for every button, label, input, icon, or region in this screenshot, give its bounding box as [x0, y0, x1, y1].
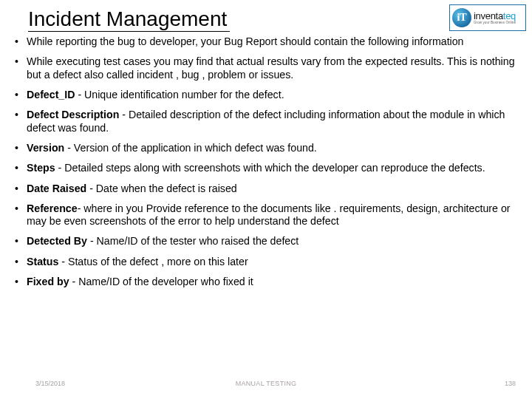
- logo-text: inventateq Grow your Business Online: [474, 11, 516, 25]
- bullet-rest: - Status of the defect , more on this la…: [58, 256, 248, 267]
- slide-title: Incident Management: [28, 7, 230, 32]
- bullet-item: Date Raised - Date when the defect is ra…: [13, 183, 519, 195]
- bullet-label: Fixed by: [27, 276, 69, 287]
- bullet-text: While executing test cases you may find …: [27, 55, 515, 80]
- bullet-label: Date Raised: [27, 183, 86, 194]
- slide: Incident Management iT inventateq Grow y…: [0, 0, 532, 399]
- bullet-item: Reference- where in you Provide referenc…: [13, 202, 519, 228]
- bullet-label: Detected By: [27, 235, 87, 247]
- bullet-rest: - Detailed steps along with screenshots …: [55, 162, 485, 174]
- brand-logo: iT inventateq Grow your Business Online: [449, 4, 526, 31]
- footer-page-number: 138: [505, 380, 516, 387]
- bullet-rest: - Name/ID of the tester who raised the d…: [87, 235, 299, 247]
- bullet-item: Version - Version of the application in …: [13, 142, 519, 154]
- logo-word-pre: inventa: [474, 10, 503, 21]
- logo-word-accent: teq: [503, 10, 516, 21]
- bullet-item: Detected By - Name/ID of the tester who …: [13, 235, 519, 248]
- bullet-item: While executing test cases you may find …: [13, 55, 519, 81]
- footer-center: MANUAL TESTING: [236, 380, 297, 387]
- bullet-label: Defect Description: [27, 109, 119, 120]
- bullet-item: While reporting the bug to developer, yo…: [13, 35, 519, 48]
- logo-wordmark: inventateq: [474, 11, 516, 21]
- footer: 3/15/2018 MANUAL TESTING 138: [0, 380, 532, 392]
- bullet-rest: - where in you Provide reference to the …: [27, 202, 511, 227]
- bullet-item: Status - Status of the defect , more on …: [13, 256, 519, 268]
- bullet-rest: - Name/ID of the developer who fixed it: [69, 276, 253, 287]
- bullet-item: Defect_ID - Unique identification number…: [13, 89, 519, 101]
- bullet-rest: - Version of the application in which de…: [64, 142, 317, 154]
- bullet-rest: - Unique identification number for the d…: [75, 89, 284, 100]
- bullet-label: Defect_ID: [27, 89, 75, 100]
- bullet-label: Version: [27, 142, 64, 154]
- bullet-label: Reference: [27, 202, 78, 214]
- bullet-rest: - Date when the defect is raised: [86, 183, 236, 194]
- content-area: While reporting the bug to developer, yo…: [13, 35, 519, 296]
- footer-date: 3/15/2018: [35, 380, 65, 387]
- bullet-label: Status: [27, 256, 58, 267]
- bullet-item: Fixed by - Name/ID of the developer who …: [13, 276, 519, 288]
- bullet-text: While reporting the bug to developer, yo…: [27, 35, 464, 47]
- logo-mark-icon: iT: [452, 8, 471, 27]
- logo-mark-text: iT: [457, 13, 466, 23]
- logo-tagline: Grow your Business Online: [474, 21, 516, 25]
- bullet-list: While reporting the bug to developer, yo…: [13, 35, 519, 288]
- bullet-label: Steps: [27, 162, 55, 174]
- bullet-item: Defect Description - Detailed descriptio…: [13, 109, 519, 134]
- bullet-item: Steps - Detailed steps along with screen…: [13, 162, 519, 174]
